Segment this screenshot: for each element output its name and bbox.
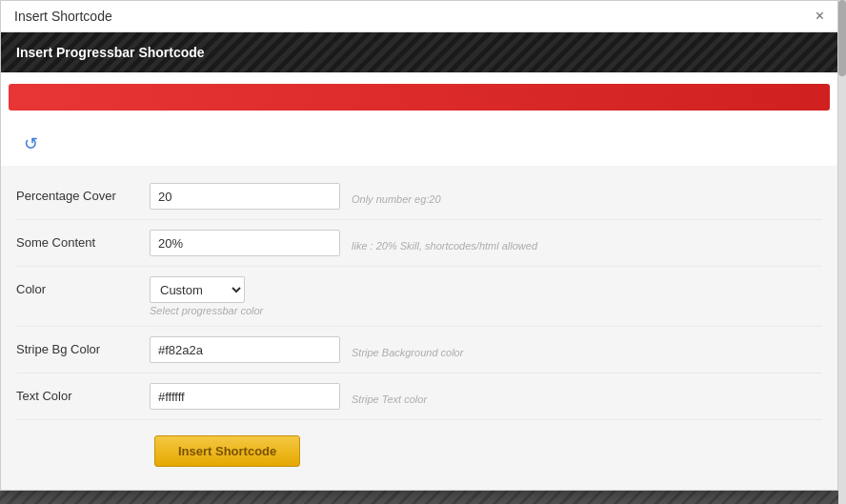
modal-titlebar: Insert Shortcode × [1,1,837,32]
progress-bar [9,84,830,111]
stripe-bg-input[interactable] [150,336,340,363]
percentage-field-wrap: Only number eg:20 [150,183,822,210]
form-row-percentage: Percentage Cover Only number eg:20 [16,173,822,220]
content-label: Some Content [16,230,150,250]
color-label: Color [16,276,150,296]
stripe-bg-label: Stripe Bg Color [16,336,150,356]
reset-area: ↺ [1,122,837,166]
content-input[interactable] [150,230,340,256]
percentage-input[interactable] [150,183,340,210]
stripe-bg-field-wrap: Stripe Background color [150,336,822,363]
modal-dialog: Insert Shortcode × Insert Progressbar Sh… [0,0,838,491]
stripe-bg-hint: Stripe Background color [350,341,463,358]
text-color-field-wrap: Stripe Text color [150,383,822,410]
form-row-color: Color Custom Blue Red Green Orange Selec… [16,267,822,327]
content-field-wrap: like : 20% Skill, shortcodes/html allowe… [150,230,822,256]
form-row-text-color: Text Color Stripe Text color [16,373,822,420]
content-hint: like : 20% Skill, shortcodes/html allowe… [350,234,537,252]
reset-button[interactable]: ↺ [16,130,45,158]
color-field-wrap: Custom Blue Red Green Orange Select prog… [150,276,822,316]
text-color-input[interactable] [150,383,340,410]
text-color-label: Text Color [16,383,150,403]
progressbar-header-text: Insert Progressbar Shortcode [16,45,205,60]
percentage-label: Percentage Cover [16,183,150,203]
progressbar-header: Insert Progressbar Shortcode [1,32,837,72]
color-select[interactable]: Custom Blue Red Green Orange [150,276,245,303]
form-row-stripe-bg: Stripe Bg Color Stripe Background color [16,327,822,373]
insert-shortcode-button[interactable]: Insert Shortcode [154,435,300,467]
form-section: Percentage Cover Only number eg:20 Some … [1,166,837,490]
modal-title: Insert Shortcode [14,9,112,24]
progress-bar-container [1,72,837,122]
insert-btn-row: Insert Shortcode [16,420,822,474]
color-hint: Select progressbar color [150,305,822,316]
scrollbar-track [838,0,846,504]
close-button[interactable]: × [816,9,824,24]
scrollbar-thumb[interactable] [838,0,846,76]
text-color-hint: Stripe Text color [350,388,427,405]
form-row-content: Some Content like : 20% Skill, shortcode… [16,220,822,267]
percentage-hint: Only number eg:20 [350,188,441,205]
